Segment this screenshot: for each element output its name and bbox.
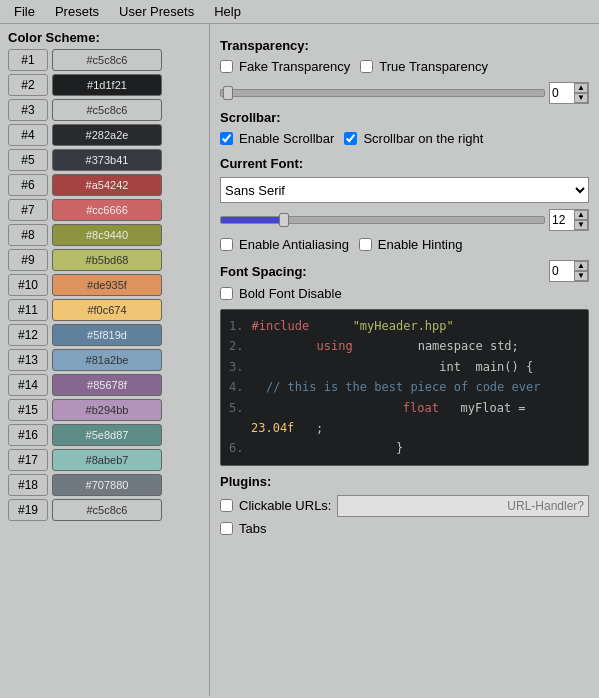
color-num-btn-2[interactable]: #2 [8, 74, 48, 96]
scrollbar-title: Scrollbar: [220, 110, 589, 125]
color-num-btn-4[interactable]: #4 [8, 124, 48, 146]
color-num-btn-9[interactable]: #9 [8, 249, 48, 271]
code-content-6: } [251, 438, 403, 458]
int-kw: int main() { [439, 360, 533, 374]
true-transparency-row: True Transparency [360, 59, 488, 74]
color-row-16: #16#5e8d87 [8, 424, 201, 446]
color-num-btn-12[interactable]: #12 [8, 324, 48, 346]
color-num-btn-19[interactable]: #19 [8, 499, 48, 521]
font-size-slider-track[interactable] [220, 216, 545, 224]
color-row-18: #18#707880 [8, 474, 201, 496]
color-row-9: #9#b5bd68 [8, 249, 201, 271]
clickable-urls-checkbox[interactable] [220, 499, 233, 512]
bold-disable-label: Bold Font Disable [239, 286, 342, 301]
font-size-spin-down[interactable]: ▼ [574, 220, 588, 230]
line-num-1: 1. [229, 316, 243, 336]
color-swatch-6[interactable]: #a54242 [52, 174, 162, 196]
antialias-checkbox[interactable] [220, 238, 233, 251]
color-num-btn-8[interactable]: #8 [8, 224, 48, 246]
tabs-checkbox[interactable] [220, 522, 233, 535]
menu-presets[interactable]: Presets [45, 2, 109, 21]
color-num-btn-13[interactable]: #13 [8, 349, 48, 371]
namespace-kw: namespace std; [418, 339, 519, 353]
transparency-spin-arrows: ▲ ▼ [574, 83, 588, 103]
color-swatch-17[interactable]: #8abeb7 [52, 449, 162, 471]
color-swatch-18[interactable]: #707880 [52, 474, 162, 496]
color-row-15: #15#b294bb [8, 399, 201, 421]
scrollbar-options: Enable Scrollbar Scrollbar on the right [220, 131, 589, 150]
color-swatch-11[interactable]: #f0c674 [52, 299, 162, 321]
font-select[interactable]: Sans Serif Monospace DejaVu Sans Mono Li… [220, 177, 589, 203]
transparency-slider-row: ▲ ▼ [220, 82, 589, 104]
color-swatch-9[interactable]: #b5bd68 [52, 249, 162, 271]
bold-disable-row: Bold Font Disable [220, 286, 589, 301]
color-swatch-7[interactable]: #cc6666 [52, 199, 162, 221]
color-swatch-12[interactable]: #5f819d [52, 324, 162, 346]
color-swatch-13[interactable]: #81a2be [52, 349, 162, 371]
color-num-btn-5[interactable]: #5 [8, 149, 48, 171]
color-num-btn-16[interactable]: #16 [8, 424, 48, 446]
color-row-1: #1#c5c8c6 [8, 49, 201, 71]
true-transparency-checkbox[interactable] [360, 60, 373, 73]
line-num-2: 2. [229, 336, 243, 356]
color-swatch-2[interactable]: #1d1f21 [52, 74, 162, 96]
transparency-spin-up[interactable]: ▲ [574, 83, 588, 93]
hinting-checkbox[interactable] [359, 238, 372, 251]
color-swatch-10[interactable]: #de935f [52, 274, 162, 296]
color-num-btn-7[interactable]: #7 [8, 199, 48, 221]
tabs-row: Tabs [220, 521, 589, 536]
transparency-spin-down[interactable]: ▼ [574, 93, 588, 103]
url-handler-input[interactable] [337, 495, 589, 517]
transparency-slider-track[interactable] [220, 89, 545, 97]
transparency-spinbox: ▲ ▼ [549, 82, 589, 104]
transparency-slider-thumb[interactable] [223, 86, 233, 100]
color-swatch-1[interactable]: #c5c8c6 [52, 49, 162, 71]
color-num-btn-6[interactable]: #6 [8, 174, 48, 196]
scrollbar-right-checkbox[interactable] [344, 132, 357, 145]
code-line-1: 1. #include "myHeader.hpp" [229, 316, 580, 336]
color-num-btn-1[interactable]: #1 [8, 49, 48, 71]
menu-user-presets[interactable]: User Presets [109, 2, 204, 21]
color-swatch-15[interactable]: #b294bb [52, 399, 162, 421]
color-row-7: #7#cc6666 [8, 199, 201, 221]
color-swatch-16[interactable]: #5e8d87 [52, 424, 162, 446]
line-num-3: 3. [229, 357, 243, 377]
font-size-spin-up[interactable]: ▲ [574, 210, 588, 220]
color-num-btn-3[interactable]: #3 [8, 99, 48, 121]
menu-help[interactable]: Help [204, 2, 251, 21]
color-num-btn-17[interactable]: #17 [8, 449, 48, 471]
tabs-label: Tabs [239, 521, 266, 536]
color-num-btn-15[interactable]: #15 [8, 399, 48, 421]
color-num-btn-14[interactable]: #14 [8, 374, 48, 396]
color-swatch-5[interactable]: #373b41 [52, 149, 162, 171]
color-row-14: #14#85678f [8, 374, 201, 396]
font-spacing-spin-down[interactable]: ▼ [574, 271, 588, 281]
color-swatch-8[interactable]: #8c9440 [52, 224, 162, 246]
color-num-btn-10[interactable]: #10 [8, 274, 48, 296]
right-panel: Transparency: Fake Transparency True Tra… [210, 24, 599, 696]
hinting-row: Enable Hinting [359, 237, 463, 252]
color-swatch-3[interactable]: #c5c8c6 [52, 99, 162, 121]
color-row-19: #19#c5c8c6 [8, 499, 201, 521]
fake-transparency-checkbox[interactable] [220, 60, 233, 73]
fake-transparency-label: Fake Transparency [239, 59, 350, 74]
color-row-6: #6#a54242 [8, 174, 201, 196]
transparency-options: Fake Transparency True Transparency [220, 59, 589, 78]
font-spacing-spin-up[interactable]: ▲ [574, 261, 588, 271]
bold-disable-checkbox[interactable] [220, 287, 233, 300]
color-swatch-14[interactable]: #85678f [52, 374, 162, 396]
color-row-12: #12#5f819d [8, 324, 201, 346]
menu-file[interactable]: File [4, 2, 45, 21]
color-scheme-label: Color Scheme: [8, 30, 201, 45]
color-num-btn-11[interactable]: #11 [8, 299, 48, 321]
color-swatch-19[interactable]: #c5c8c6 [52, 499, 162, 521]
font-size-slider-thumb[interactable] [279, 213, 289, 227]
enable-scrollbar-checkbox[interactable] [220, 132, 233, 145]
color-num-btn-18[interactable]: #18 [8, 474, 48, 496]
current-font-title: Current Font: [220, 156, 589, 171]
color-swatch-4[interactable]: #282a2e [52, 124, 162, 146]
code-line-2: 2. using namespace std; [229, 336, 580, 356]
scrollbar-right-row: Scrollbar on the right [344, 131, 483, 146]
enable-scrollbar-label: Enable Scrollbar [239, 131, 334, 146]
line-num-6: 6. [229, 438, 243, 458]
